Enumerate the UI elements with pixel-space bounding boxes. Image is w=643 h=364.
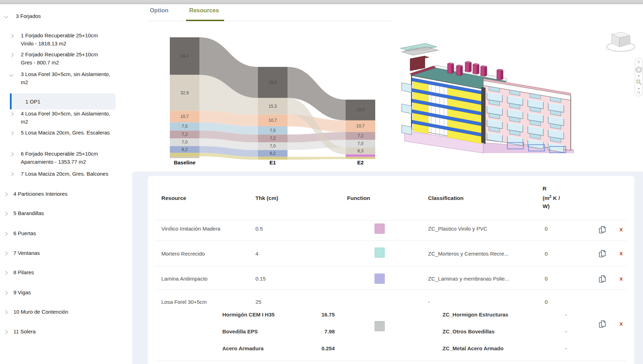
tab-option[interactable]: Option xyxy=(150,7,168,14)
delete-x-icon[interactable]: x xyxy=(618,275,625,283)
svg-text:7,2: 7,2 xyxy=(182,132,188,137)
sidebar-item-barandillas[interactable]: 5 Barandillas xyxy=(13,209,44,217)
svg-text:34,4: 34,4 xyxy=(180,54,189,58)
sidebar-item-forjado-1[interactable]: 1 Forjado Recuperable 25+10cm Vinilo - 1… xyxy=(21,31,116,48)
delete-x-icon[interactable]: x xyxy=(618,320,625,328)
sankey-stage-label: Baseline xyxy=(174,159,196,165)
sidebar-item-losa-maciza-7[interactable]: 7 Losa Maciza 20cm, Gres. Balcones xyxy=(21,170,123,178)
subrow-r: - xyxy=(565,311,567,318)
sidebar-item-vigas[interactable]: 9 Vigas xyxy=(13,288,31,296)
svg-text:15,3: 15,3 xyxy=(268,104,277,109)
row-divider xyxy=(155,361,627,361)
sidebar-item-losa-maciza-5[interactable]: 5 Losa Maciza 20cm, Gres. Escaleras xyxy=(21,128,123,137)
chevron-right-icon[interactable] xyxy=(4,291,7,295)
subrow-thk: 16.75 xyxy=(292,311,335,318)
row-divider xyxy=(155,289,627,290)
chevron-right-icon[interactable] xyxy=(10,131,13,135)
svg-text:7,2: 7,2 xyxy=(270,136,276,141)
chevron-right-icon[interactable] xyxy=(10,34,13,38)
viewer-toolbar xyxy=(635,58,643,96)
tab-divider xyxy=(147,21,391,21)
sidebar-item-particiones[interactable]: 4 Particiones Interiores xyxy=(13,190,67,198)
chevron-right-icon[interactable] xyxy=(4,330,7,334)
cell-resource: Mortero Recrecido xyxy=(161,250,205,257)
sidebar-item-forjados[interactable]: 3 Forjados xyxy=(16,12,41,20)
subrow-material: Acero Armadura xyxy=(222,345,264,352)
sidebar-item-puertas[interactable]: 6 Puertas xyxy=(13,229,36,237)
svg-text:6,2: 6,2 xyxy=(270,151,276,156)
copy-icon[interactable] xyxy=(599,226,606,234)
col-header-thk: Thk (cm) xyxy=(255,194,278,202)
svg-text:10,7: 10,7 xyxy=(180,114,189,119)
delete-x-icon[interactable]: x xyxy=(618,226,625,233)
col-header-resource: Resource xyxy=(161,194,186,202)
sidebar-item-ventanas[interactable]: 7 Ventanas xyxy=(13,249,40,257)
subrow-r: - xyxy=(565,328,567,335)
svg-text:32,9: 32,9 xyxy=(180,90,189,95)
sidebar-item-op1-label[interactable]: 1 OP1 xyxy=(25,98,41,106)
sankey-stage-label: E2 xyxy=(357,159,364,165)
sidebar-item-losa-forel-4[interactable]: 4 Losa Forel 30+5cm, sin Aislamiento, m2 xyxy=(21,109,119,126)
sidebar-item-muro[interactable]: 10 Muro de Contención xyxy=(13,308,68,316)
chevron-right-icon[interactable] xyxy=(10,152,13,156)
cell-thk: 25 xyxy=(255,299,261,306)
subrow-r: - xyxy=(565,345,567,352)
sankey-chart: 34,432,910,77,57,27,06,228,515,310,77,57… xyxy=(155,30,395,171)
sankey-stage-label: E1 xyxy=(270,159,276,165)
chevron-right-icon[interactable] xyxy=(4,192,7,196)
function-color-swatch xyxy=(375,321,385,331)
sidebar-item-losa-forel-3[interactable]: 3 Losa Forel 30+5cm, sin Aislamiento, m2 xyxy=(21,70,119,86)
chevron-right-icon[interactable] xyxy=(4,271,7,275)
cell-r: 0 xyxy=(545,250,548,257)
col-header-function: Function xyxy=(347,194,370,202)
chevron-right-icon[interactable] xyxy=(4,232,7,236)
subrow-classification: ZC_Otros Bovedillas xyxy=(443,328,495,335)
col-header-classification: Classification xyxy=(428,194,464,202)
chevron-right-icon[interactable] xyxy=(10,53,13,57)
chevron-right-icon[interactable] xyxy=(10,112,13,116)
chevron-down-icon[interactable] xyxy=(9,73,13,76)
subrow-classification: ZC_Metal Acero Armado xyxy=(443,345,503,352)
cell-resource: Vinílico Imitación Madera xyxy=(161,225,220,232)
row-divider xyxy=(155,240,627,241)
svg-text:6,2: 6,2 xyxy=(182,147,188,152)
cell-thk: 0.15 xyxy=(255,275,266,282)
copy-icon[interactable] xyxy=(599,275,606,283)
svg-text:10,7: 10,7 xyxy=(356,124,365,128)
row-divider xyxy=(155,220,627,220)
svg-text:10,7: 10,7 xyxy=(268,118,277,123)
function-color-swatch xyxy=(375,224,385,234)
row-divider xyxy=(155,266,627,266)
cell-classification: ZC_Laminas y membranas Polie... xyxy=(428,275,509,282)
resources-table: Resource Thk (cm) Function Classificatio… xyxy=(148,176,634,364)
cell-resource: Losa Forel 30+5cm xyxy=(161,299,207,306)
svg-text:7,2: 7,2 xyxy=(358,133,364,138)
function-color-swatch xyxy=(375,274,385,284)
chevron-right-icon[interactable] xyxy=(4,212,7,215)
svg-text:7,0: 7,0 xyxy=(182,140,188,145)
function-color-swatch xyxy=(375,247,385,258)
svg-text:7,0: 7,0 xyxy=(270,144,276,149)
subrow-material: Hormigón CEM I H35 xyxy=(222,311,274,318)
chevron-right-icon[interactable] xyxy=(10,172,13,176)
chevron-right-icon[interactable] xyxy=(4,251,7,255)
copy-icon[interactable] xyxy=(599,250,606,258)
sidebar-item-solera[interactable]: 11 Solera xyxy=(13,327,36,335)
cell-classification: - xyxy=(428,299,430,306)
sidebar-item-pilares[interactable]: 8 Pilares xyxy=(13,268,34,276)
cell-classification: ZC_Morteros y Cementos Recre... xyxy=(428,250,508,257)
chevron-down-icon[interactable] xyxy=(4,14,8,18)
chevron-right-icon[interactable] xyxy=(4,310,7,314)
sidebar-item-forjado-6[interactable]: 6 Forjado Recuperable 25+10cm Aparcamien… xyxy=(21,150,116,166)
cell-r: 0 xyxy=(545,275,548,282)
tab-resources[interactable]: Resources xyxy=(189,7,219,14)
selection-indicator-bar xyxy=(10,93,12,109)
delete-x-icon[interactable]: x xyxy=(618,250,625,257)
window-top-strip xyxy=(0,0,643,4)
model-3d-viewport[interactable] xyxy=(395,26,643,153)
viewcube xyxy=(619,36,630,47)
sidebar-item-forjado-2[interactable]: 2 Forjado Recuperable 25+10cm Gres - 800… xyxy=(21,50,116,67)
svg-text:19,0: 19,0 xyxy=(356,107,365,112)
col-header-r: R (m2 K / W) xyxy=(543,184,560,210)
copy-icon[interactable] xyxy=(599,320,606,328)
